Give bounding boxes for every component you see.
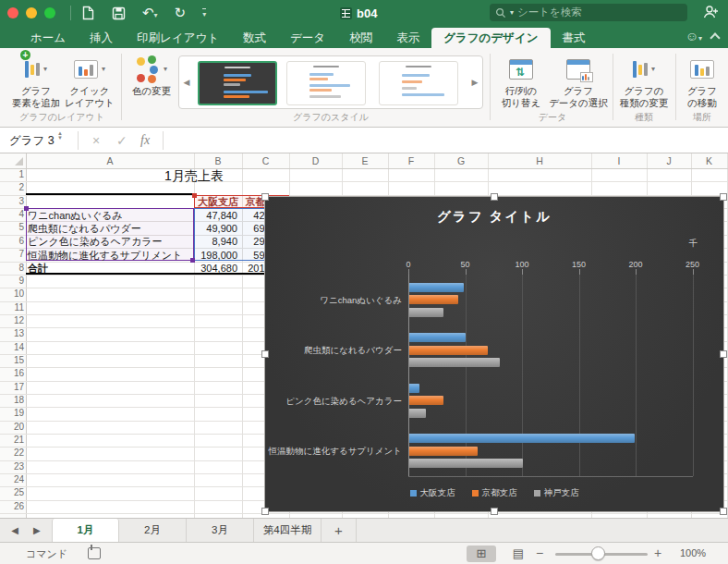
- row-header-26[interactable]: 26: [0, 501, 24, 511]
- cell-A7[interactable]: 恒温動物に進化するサプリメント: [28, 249, 182, 262]
- bar-京都支店[interactable]: [409, 447, 478, 456]
- row-header-25[interactable]: 25: [0, 487, 24, 497]
- sheet-tab[interactable]: 3月: [187, 519, 254, 542]
- select-data-button[interactable]: グラフデータの選択: [547, 54, 610, 108]
- selection-handle[interactable]: [720, 508, 727, 515]
- ribbon-tab[interactable]: 校閲: [337, 28, 384, 48]
- selection-handle[interactable]: [720, 193, 727, 201]
- row-header-11[interactable]: 11: [0, 302, 24, 313]
- row-header-20[interactable]: 20: [0, 422, 24, 432]
- cell-B6[interactable]: 8,940: [195, 235, 237, 248]
- bar-神戸支店[interactable]: [409, 358, 500, 367]
- redo-button[interactable]: ↻: [175, 0, 187, 26]
- zoom-level[interactable]: 100%: [680, 547, 706, 558]
- bar-大阪支店[interactable]: [409, 283, 464, 292]
- select-all-corner[interactable]: [0, 153, 26, 168]
- toolbar-overflow-icon[interactable]: ▾: [202, 8, 206, 18]
- row-header-19[interactable]: 19: [0, 408, 24, 418]
- close-window-button[interactable]: [7, 7, 18, 18]
- gallery-prev-icon[interactable]: ◀: [179, 56, 194, 108]
- ribbon-tab[interactable]: 表示: [384, 28, 431, 48]
- chart-title[interactable]: グラフ タイトル: [265, 208, 723, 226]
- row-header-1[interactable]: 1: [0, 169, 24, 179]
- ribbon-tab[interactable]: ホーム: [18, 28, 78, 48]
- column-header-F[interactable]: F: [388, 153, 434, 168]
- row-header-9[interactable]: 9: [0, 276, 24, 286]
- row-header-23[interactable]: 23: [0, 461, 24, 472]
- collapse-ribbon-icon[interactable]: [710, 32, 720, 43]
- row-header-12[interactable]: 12: [0, 315, 24, 325]
- quick-layout-button[interactable]: ▾ クイックレイアウト: [63, 54, 116, 108]
- add-chart-element-button[interactable]: + ▾ グラフ要素を追加: [9, 54, 63, 108]
- category-label[interactable]: 爬虫類になれるパウダー: [265, 344, 402, 356]
- insert-function-icon[interactable]: fx: [140, 128, 150, 153]
- minimize-window-button[interactable]: [26, 7, 37, 18]
- chart-style-thumbnail-selected[interactable]: [198, 61, 277, 105]
- normal-view-button[interactable]: ⊞: [467, 546, 496, 562]
- category-label[interactable]: ワニchanぬいぐるみ: [265, 294, 402, 306]
- bar-神戸支店[interactable]: [409, 409, 426, 418]
- row-header-24[interactable]: 24: [0, 474, 24, 484]
- prev-sheet-icon[interactable]: ◀: [11, 525, 18, 535]
- row-header-17[interactable]: 17: [0, 382, 24, 392]
- category-label[interactable]: 恒温動物に進化するサプリメント: [265, 445, 402, 457]
- row-header-7[interactable]: 7: [0, 249, 24, 259]
- row-header-10[interactable]: 10: [0, 288, 24, 299]
- column-header-I[interactable]: I: [591, 153, 647, 168]
- row-header-15[interactable]: 15: [0, 355, 24, 365]
- column-header-K[interactable]: K: [691, 153, 727, 168]
- bar-大阪支店[interactable]: [409, 434, 635, 443]
- new-document-icon[interactable]: [81, 6, 95, 20]
- ribbon-tab[interactable]: データ: [278, 28, 337, 48]
- chart-style-thumbnail[interactable]: [379, 61, 458, 105]
- bar-神戸支店[interactable]: [409, 308, 443, 317]
- bar-京都支店[interactable]: [409, 346, 488, 355]
- chart-style-thumbnail[interactable]: [286, 61, 366, 105]
- row-header-4[interactable]: 4: [0, 209, 24, 219]
- bar-京都支店[interactable]: [409, 396, 443, 405]
- row-header-16[interactable]: 16: [0, 368, 24, 378]
- gallery-next-icon[interactable]: ▶: [467, 56, 482, 108]
- column-header-J[interactable]: J: [647, 153, 691, 168]
- row-header-18[interactable]: 18: [0, 395, 24, 405]
- zoom-window-button[interactable]: [44, 7, 55, 18]
- row-header-22[interactable]: 22: [0, 448, 24, 458]
- change-colors-button[interactable]: ▾ 色の変更: [127, 54, 176, 97]
- name-box[interactable]: グラフ 3: [0, 128, 74, 153]
- category-label[interactable]: ピンク色に染めるヘアカラー: [265, 395, 402, 407]
- ribbon-tab[interactable]: 挿入: [78, 28, 125, 48]
- selection-handle[interactable]: [261, 508, 269, 515]
- switch-row-column-button[interactable]: ⇅ 行/列の切り替え: [495, 54, 547, 108]
- row-header-5[interactable]: 5: [0, 222, 24, 232]
- ribbon-tab[interactable]: 書式: [551, 28, 598, 48]
- row-header-21[interactable]: 21: [0, 435, 24, 445]
- chart-legend[interactable]: 大阪支店京都支店神戸支店: [265, 487, 723, 499]
- name-box-stepper-icon[interactable]: ▲▼: [57, 131, 63, 141]
- cell-B8-total[interactable]: 304,680: [195, 262, 237, 275]
- cell-A6[interactable]: ピンク色に染めるヘアカラー: [28, 235, 163, 248]
- column-header-H[interactable]: H: [488, 153, 591, 168]
- legend-item[interactable]: 神戸支店: [534, 487, 579, 499]
- cancel-entry-icon[interactable]: ×: [92, 128, 100, 153]
- sheet-tab[interactable]: 1月: [52, 519, 119, 542]
- selection-handle[interactable]: [491, 193, 498, 201]
- row-header-14[interactable]: 14: [0, 342, 24, 352]
- cell-B7[interactable]: 198,000: [195, 249, 237, 262]
- bar-神戸支店[interactable]: [409, 459, 523, 468]
- zoom-slider-knob[interactable]: [591, 546, 605, 560]
- column-header-A[interactable]: A: [26, 153, 194, 168]
- zoom-out-button[interactable]: −: [536, 546, 543, 560]
- cell-A8-total[interactable]: 合計: [28, 262, 48, 275]
- ribbon-tab[interactable]: 数式: [231, 28, 278, 48]
- selection-handle[interactable]: [261, 350, 269, 358]
- row-header-2[interactable]: 2: [0, 182, 24, 192]
- selection-handle[interactable]: [720, 350, 727, 358]
- bar-大阪支店[interactable]: [409, 384, 419, 393]
- undo-button[interactable]: ↶▾: [142, 0, 158, 26]
- cell-A5[interactable]: 爬虫類になれるパウダー: [28, 222, 141, 235]
- column-header-D[interactable]: D: [289, 153, 342, 168]
- search-input[interactable]: ▾ シートを検索: [490, 4, 687, 21]
- move-chart-button[interactable]: グラフの移動: [680, 54, 724, 108]
- ribbon-tab[interactable]: 印刷レイアウト: [125, 28, 231, 48]
- cell-title-1月売上表[interactable]: 1月売上表: [55, 169, 333, 183]
